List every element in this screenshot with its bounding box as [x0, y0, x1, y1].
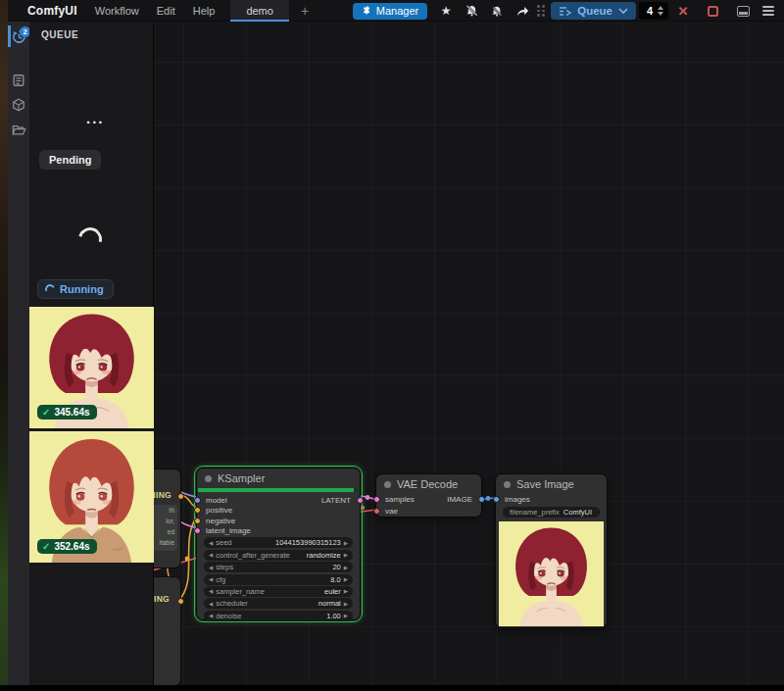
- model-input-port[interactable]: [194, 497, 201, 504]
- clip-text-encode-node-partial[interactable]: RUNNING th lor, ed itable: [154, 469, 181, 568]
- ksampler-node[interactable]: KSampler model LATENT positive negative …: [196, 468, 361, 620]
- widget-control-after-generate[interactable]: ◀control_after_generaterandomize▶: [204, 550, 353, 561]
- decrement-icon[interactable]: ◀: [209, 540, 213, 546]
- stepper-carets[interactable]: [658, 6, 663, 16]
- decrement-icon[interactable]: ◀: [209, 552, 213, 558]
- widget-filename-prefix[interactable]: filename_prefix ComfyUI: [503, 507, 600, 518]
- saved-image-preview[interactable]: [499, 521, 604, 626]
- queue-result-thumbnail[interactable]: ✓ 345.64s: [29, 307, 154, 428]
- sidebar-item-queue[interactable]: 2: [8, 25, 29, 47]
- collapse-dot-icon[interactable]: [504, 481, 511, 488]
- queue-run-button[interactable]: Queue: [551, 2, 636, 20]
- wire-midpoint-dot[interactable]: [361, 506, 365, 510]
- conditioning-output-port[interactable]: [177, 493, 184, 500]
- widget-scheduler[interactable]: ◀schedulernormal▶: [204, 598, 353, 609]
- collapse-dot-icon[interactable]: [205, 475, 212, 482]
- batch-count-value: 4: [647, 5, 653, 17]
- increment-icon[interactable]: ▶: [344, 588, 348, 594]
- running-badge: RUNNING: [154, 490, 172, 500]
- sidebar-item-workflows[interactable]: [8, 70, 29, 91]
- wire-midpoint-dot[interactable]: [366, 495, 370, 500]
- increment-icon[interactable]: ▶: [344, 576, 348, 582]
- latent-output-label: LATENT: [321, 496, 351, 505]
- decrement-icon[interactable]: ◀: [209, 565, 213, 570]
- generated-image-preview: [499, 521, 604, 626]
- workflows-list-icon: [12, 74, 25, 87]
- increment-icon[interactable]: ▶: [344, 613, 348, 618]
- prompt-textarea[interactable]: th lor, ed itable: [154, 505, 177, 551]
- cube-icon: [12, 98, 25, 112]
- chevron-down-icon[interactable]: [618, 8, 628, 14]
- sidebar-item-browse[interactable]: [8, 119, 29, 140]
- app-logo[interactable]: ComfyUI: [27, 4, 77, 18]
- latent-output-port[interactable]: [357, 497, 364, 504]
- widget-cfg[interactable]: ◀cfg8.0▶: [204, 574, 353, 585]
- queue-label: Queue: [577, 5, 612, 17]
- hamburger-menu-icon[interactable]: [762, 6, 774, 16]
- tab-demo-label: demo: [246, 5, 273, 17]
- node-header[interactable]: Save Image: [496, 474, 607, 494]
- image-output-label: IMAGE: [447, 495, 472, 504]
- images-input-port[interactable]: [493, 496, 500, 503]
- widget-seed[interactable]: ◀seed1044153990315123▶: [204, 537, 353, 548]
- share-arrow-icon[interactable]: [510, 0, 535, 22]
- widget-denoise[interactable]: ◀denoise1.00▶: [204, 611, 353, 621]
- widget-sampler-name[interactable]: ◀sampler_nameeuler▶: [204, 586, 353, 597]
- input-port-row: positive: [197, 506, 360, 517]
- caret-down-icon[interactable]: [658, 12, 663, 16]
- collapse-dot-icon[interactable]: [384, 481, 391, 488]
- queue-result-thumbnail[interactable]: ✓ 352.64s: [29, 431, 154, 563]
- increment-icon[interactable]: ▶: [344, 601, 348, 607]
- stop-button[interactable]: [708, 6, 718, 17]
- increment-icon[interactable]: ▶: [344, 540, 348, 546]
- drag-handle-icon[interactable]: [537, 5, 545, 17]
- input-port-row: negative: [197, 516, 360, 526]
- widget-steps[interactable]: ◀steps20▶: [204, 562, 353, 572]
- manager-button[interactable]: Manager: [353, 3, 427, 20]
- bell-slash-icon[interactable]: [459, 0, 484, 22]
- tab-demo[interactable]: demo: [230, 0, 289, 22]
- wire-midpoint-dot[interactable]: [185, 557, 190, 562]
- window-bottom-edge: [0, 685, 784, 691]
- input-port-row: samples IMAGE: [376, 494, 481, 506]
- negative-input-port[interactable]: [194, 518, 201, 524]
- node-title-text: Save Image: [516, 478, 574, 490]
- open-folder-icon: [12, 123, 26, 136]
- clip-text-encode-node-partial[interactable]: RUNNING: [154, 576, 181, 685]
- latent-image-input-port[interactable]: [194, 527, 201, 534]
- node-title-text: VAE Decode: [397, 478, 458, 490]
- vae-input-port[interactable]: [373, 508, 380, 515]
- bottom-panel-toggle-icon[interactable]: [737, 6, 750, 17]
- positive-input-port[interactable]: [194, 507, 201, 514]
- node-header[interactable]: VAE Decode: [376, 474, 481, 494]
- favorites-star-icon[interactable]: ★: [433, 0, 459, 22]
- caret-up-icon[interactable]: [658, 6, 663, 10]
- node-graph-canvas[interactable]: RUNNING th lor, ed itable RUNNING KSampl…: [154, 22, 784, 685]
- menu-help[interactable]: Help: [193, 5, 216, 17]
- new-workflow-button[interactable]: +: [289, 0, 320, 22]
- conditioning-output-port[interactable]: [177, 598, 184, 605]
- batch-count-stepper[interactable]: 4: [639, 2, 668, 20]
- increment-icon[interactable]: ▶: [344, 565, 348, 570]
- decrement-icon[interactable]: ◀: [209, 613, 213, 618]
- duration-badge: ✓ 345.64s: [37, 405, 97, 420]
- puzzle-icon: [362, 6, 371, 16]
- save-image-node[interactable]: Save Image images filename_prefix ComfyU…: [495, 473, 608, 628]
- increment-icon[interactable]: ▶: [344, 552, 348, 558]
- more-items-indicator[interactable]: ...: [86, 110, 105, 126]
- decrement-icon[interactable]: ◀: [209, 601, 213, 607]
- menu-edit[interactable]: Edit: [157, 5, 175, 17]
- node-header[interactable]: KSampler: [197, 469, 360, 488]
- sidebar-rail: 2: [8, 22, 29, 685]
- bell-slash-small-icon[interactable]: [484, 0, 510, 22]
- sidebar-item-model-library[interactable]: [8, 94, 29, 116]
- clear-queue-button[interactable]: ✕: [668, 4, 698, 19]
- menu-workflow[interactable]: Workflow: [95, 5, 139, 17]
- decrement-icon[interactable]: ◀: [209, 588, 213, 594]
- samples-input-port[interactable]: [373, 496, 380, 503]
- queue-sidebar-panel: QUEUE ... Pending Running: [29, 22, 154, 685]
- wire-midpoint-dot[interactable]: [486, 496, 491, 501]
- vae-decode-node[interactable]: VAE Decode samples IMAGE vae: [375, 473, 482, 518]
- decrement-icon[interactable]: ◀: [209, 576, 213, 582]
- image-output-port[interactable]: [478, 496, 485, 503]
